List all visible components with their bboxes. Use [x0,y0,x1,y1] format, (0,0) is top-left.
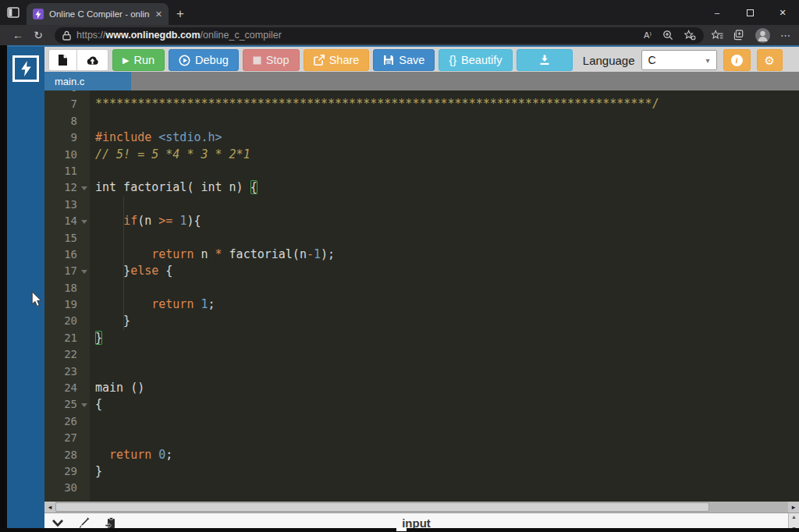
code-text: return 1; [90,296,215,313]
run-label: Run [133,54,154,66]
line-number: 16 [44,246,79,263]
vscroll-up-arrow[interactable]: ▲ [791,514,797,520]
language-select[interactable]: C ▾ [641,50,717,70]
bottom-window-edge [0,528,799,532]
more-menu-icon[interactable]: ⋯ [780,30,791,41]
mouse-cursor [31,292,42,307]
info-button[interactable]: i [723,49,751,71]
line-number: 29 [44,463,79,480]
code-token: n [194,247,215,261]
code-token: ; [208,297,215,311]
hscroll-right-arrow[interactable]: ▸ [788,502,799,512]
download-button[interactable] [517,49,573,71]
code-token: ){ [186,214,201,228]
code-token: } [95,331,102,345]
code-token: 1 [314,247,321,261]
line-number: 28 [44,447,79,463]
fold-spacer [79,197,90,213]
close-button[interactable]: ✕ [766,0,799,25]
fold-spacer [79,280,90,296]
beautify-braces-icon: {} [449,54,456,66]
code-token: // 5! = 5 *4 * 3 * 2*1 [95,147,250,161]
code-token: 1 [201,297,208,311]
code-line: 18 [44,280,799,296]
code-line: 8 [44,113,799,129]
file-tab-label: main.c [55,76,84,87]
code-token: >= [158,214,172,228]
code-line: 30 [44,480,799,496]
minimize-button[interactable]: – [701,0,733,25]
zoom-in-icon[interactable] [662,30,673,41]
fold-spacer [79,413,90,430]
code-line: 22 [44,346,799,363]
line-number: 30 [44,480,79,496]
code-token: ****************************************… [95,90,659,94]
share-button[interactable]: Share [304,49,370,71]
debug-label: Debug [195,54,229,66]
new-tab-button[interactable]: + [169,3,192,25]
code-token: * [215,247,222,261]
collections-icon[interactable] [733,30,745,41]
fold-spacer [79,296,90,313]
favorites-hub-icon[interactable] [712,30,723,41]
fold-spacer [79,480,90,496]
code-text [90,113,95,129]
favorites-star-gear-icon[interactable] [684,30,696,41]
fold-marker[interactable] [79,179,90,196]
tab-title: Online C Compiler - online edito [49,9,150,19]
debug-icon [179,55,190,66]
read-aloud-icon[interactable]: A⁾ [644,30,652,41]
code-token: } [95,464,102,478]
onlinegdb-logo[interactable] [12,55,39,82]
hscroll-thumb[interactable] [55,502,709,512]
line-number: 23 [44,364,79,380]
file-tab-main-c[interactable]: main.c [44,72,131,90]
back-button[interactable]: ← [8,29,28,41]
tab-close-icon[interactable]: ✕ [155,9,162,20]
line-number: 20 [44,313,79,329]
fold-marker[interactable] [79,213,90,229]
profile-avatar[interactable] [755,28,770,43]
code-token [151,130,158,144]
fold-marker[interactable] [79,263,90,279]
fold-spacer [79,230,90,246]
code-token: { [95,397,102,411]
code-token: if [123,214,137,228]
code-token: ****************************************… [95,97,659,111]
settings-button[interactable]: ⚙ [757,49,783,71]
browser-tab[interactable]: Online C Compiler - online edito ✕ [27,3,169,25]
editor-hscrollbar[interactable]: ◂ ▸ [44,502,799,512]
new-file-button[interactable] [48,49,77,71]
fold-spacer [79,129,90,146]
tab-actions-button[interactable] [0,0,27,25]
code-text: }else { [90,263,172,279]
run-button[interactable]: ▶ Run [112,49,165,71]
code-line: 24main () [44,380,799,396]
fold-marker[interactable] [79,396,90,413]
maximize-button[interactable] [733,0,766,25]
stop-button[interactable]: Stop [243,49,300,71]
code-text [90,163,95,179]
code-token [95,247,151,261]
code-text [90,280,95,296]
new-file-icon [58,54,68,66]
code-token: { [250,180,257,194]
hscroll-left-arrow[interactable]: ◂ [44,502,55,512]
line-number: 26 [44,413,79,430]
app-content: ▶ Run Debug Stop [0,45,799,532]
file-button-group [48,49,108,71]
code-text: #include <stdio.h> [90,129,222,146]
code-token: main () [95,381,144,395]
code-editor[interactable]: 6***************************************… [44,90,799,502]
refresh-button[interactable]: ↻ [28,29,48,41]
debug-button[interactable]: Debug [169,49,239,71]
save-button[interactable]: Save [373,49,435,71]
code-text: } [90,463,102,480]
beautify-button[interactable]: {} Beautify [439,49,512,71]
save-label: Save [399,54,424,66]
line-number: 21 [44,330,79,346]
url-field[interactable]: https://www.onlinegdb.com/online_c_compi… [55,27,704,44]
code-token: ); [321,247,335,261]
line-number: 8 [44,113,79,129]
upload-button[interactable] [77,49,108,71]
